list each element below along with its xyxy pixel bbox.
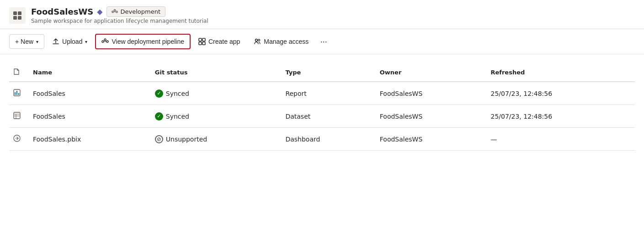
svg-rect-0 <box>13 11 17 15</box>
create-app-label: Create app <box>208 38 240 45</box>
more-icon: ··· <box>320 37 327 47</box>
manage-access-button[interactable]: Manage access <box>248 34 314 49</box>
col-type-header: Type <box>280 63 374 82</box>
svg-rect-17 <box>202 38 205 41</box>
svg-point-20 <box>255 39 258 42</box>
row-refreshed: — <box>485 128 635 151</box>
manage-access-icon <box>254 38 261 45</box>
row-refreshed: 25/07/23, 12:48:56 <box>485 105 635 128</box>
row-owner: FoodSalesWS <box>374 105 485 128</box>
col-name-header: Name <box>27 63 149 82</box>
col-refreshed-header: Refreshed <box>485 63 635 82</box>
row-owner: FoodSalesWS <box>374 128 485 151</box>
file-header-icon <box>13 68 20 75</box>
svg-rect-2 <box>13 16 17 20</box>
create-app-button[interactable]: Create app <box>192 34 246 49</box>
development-badge[interactable]: Development <box>106 6 166 17</box>
svg-rect-26 <box>14 112 20 119</box>
new-button[interactable]: + New ▾ <box>9 34 44 49</box>
svg-point-12 <box>106 41 108 42</box>
row-type: Dataset <box>280 105 374 128</box>
table-row[interactable]: FoodSales.pbix⊘UnsupportedDashboardFoodS… <box>9 128 635 151</box>
row-name[interactable]: FoodSales <box>27 82 149 105</box>
upload-icon <box>52 38 59 45</box>
svg-rect-1 <box>18 11 21 15</box>
content-area: Name Git status Type Owner Refreshed Foo… <box>0 54 644 151</box>
unsupported-icon: ⊘ <box>155 135 163 143</box>
svg-point-10 <box>102 41 104 42</box>
col-icon <box>9 63 27 82</box>
svg-rect-24 <box>16 91 17 95</box>
svg-rect-3 <box>18 16 21 20</box>
workspace-name: FoodSalesWS <box>31 7 93 16</box>
new-chevron-icon: ▾ <box>36 39 38 44</box>
row-name[interactable]: FoodSales <box>27 105 149 128</box>
upload-button[interactable]: Upload ▾ <box>46 34 93 49</box>
toolbar: + New ▾ Upload ▾ View deployment pipelin… <box>0 29 644 54</box>
git-status-text: Synced <box>166 113 189 120</box>
table-row[interactable]: FoodSales✓SyncedDatasetFoodSalesWS25/07/… <box>9 105 635 128</box>
svg-rect-16 <box>199 38 202 41</box>
create-app-icon <box>198 38 206 45</box>
synced-icon: ✓ <box>155 89 163 98</box>
row-name[interactable]: FoodSales.pbix <box>27 128 149 151</box>
row-icon <box>9 82 27 105</box>
manage-access-label: Manage access <box>264 38 309 45</box>
svg-point-11 <box>104 39 106 41</box>
svg-rect-19 <box>202 42 205 45</box>
more-options-button[interactable]: ··· <box>316 34 331 49</box>
row-git-status: ✓Synced <box>149 82 280 105</box>
git-status-text: Synced <box>166 90 189 97</box>
svg-rect-25 <box>18 93 19 95</box>
row-icon <box>9 105 27 128</box>
view-pipeline-label: View deployment pipeline <box>112 38 184 45</box>
page-header: FoodSalesWS ◆ Development Sample workspa… <box>0 0 644 29</box>
git-status-text: Unsupported <box>166 136 207 143</box>
table-header-row: Name Git status Type Owner Refreshed <box>9 63 635 82</box>
workspace-title-block: FoodSalesWS ◆ Development Sample workspa… <box>31 6 208 24</box>
row-owner: FoodSalesWS <box>374 82 485 105</box>
row-icon <box>9 128 27 151</box>
row-refreshed: 25/07/23, 12:48:56 <box>485 82 635 105</box>
badge-label: Development <box>121 8 161 15</box>
new-button-label: + New <box>15 38 33 45</box>
row-git-status: ⊘Unsupported <box>149 128 280 151</box>
workspace-avatar <box>9 7 26 24</box>
svg-point-4 <box>112 11 113 13</box>
items-table: Name Git status Type Owner Refreshed Foo… <box>9 63 635 151</box>
table-row[interactable]: FoodSales✓SyncedReportFoodSalesWS25/07/2… <box>9 82 635 105</box>
diamond-icon: ◆ <box>97 7 102 16</box>
view-pipeline-button[interactable]: View deployment pipeline <box>95 34 191 49</box>
upload-chevron-icon: ▾ <box>85 39 87 44</box>
col-owner-header: Owner <box>374 63 485 82</box>
pipeline-icon <box>101 38 109 45</box>
row-type: Dashboard <box>280 128 374 151</box>
report-icon <box>13 89 21 97</box>
svg-point-5 <box>114 9 116 11</box>
svg-rect-23 <box>15 92 16 95</box>
pipeline-badge-icon <box>112 9 118 15</box>
upload-button-label: Upload <box>62 38 82 45</box>
col-git-status-header: Git status <box>149 63 280 82</box>
row-git-status: ✓Synced <box>149 105 280 128</box>
svg-point-6 <box>116 11 117 13</box>
svg-point-21 <box>258 39 260 41</box>
svg-rect-18 <box>199 42 202 45</box>
row-type: Report <box>280 82 374 105</box>
pbix-icon <box>13 134 21 142</box>
workspace-subtitle: Sample workspace for application lifecyc… <box>31 18 208 24</box>
synced-icon: ✓ <box>155 112 163 121</box>
dataset-icon <box>13 111 21 120</box>
